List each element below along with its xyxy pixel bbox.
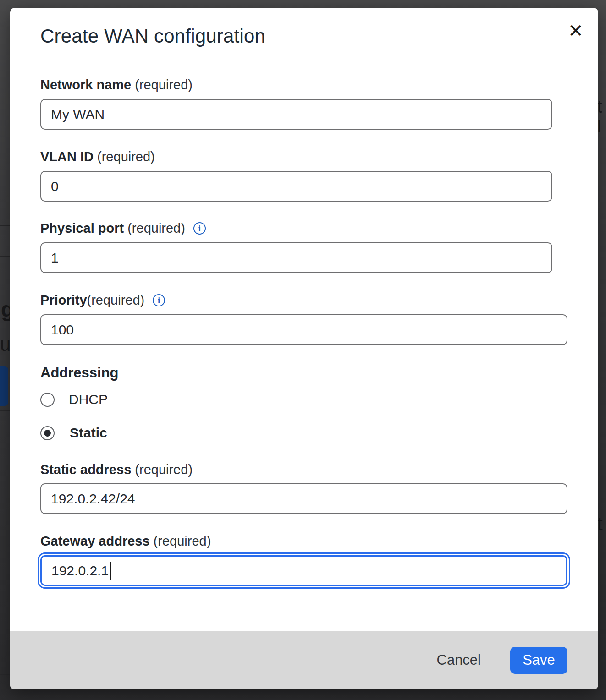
required-hint: (required) (124, 221, 185, 236)
input-value: 192.0.2.1 (51, 563, 109, 579)
info-icon[interactable]: i (193, 222, 206, 235)
priority-input[interactable]: 100 (40, 314, 567, 345)
vlan-id-label: VLAN ID (required) (40, 149, 155, 164)
input-value: 0 (51, 179, 59, 194)
field-label-text: Network name (40, 77, 131, 93)
dialog-footer: Cancel Save (10, 631, 598, 689)
input-value: My WAN (51, 107, 105, 122)
field-label-text: Gateway address (40, 534, 150, 549)
info-icon[interactable]: i (153, 294, 165, 306)
background-button-fragment (0, 366, 8, 406)
priority-label: Priority(required) i (40, 293, 165, 308)
field-label-text: Physical port (40, 221, 124, 236)
addressing-section-label: Addressing (40, 365, 119, 381)
required-hint: (required) (131, 77, 193, 93)
network-name-label: Network name (required) (40, 77, 193, 93)
radio-dot (44, 430, 51, 437)
radio-option-dhcp[interactable]: DHCP (40, 392, 108, 407)
field-label-text: VLAN ID (40, 149, 94, 164)
radio-unselected-icon[interactable] (40, 393, 55, 407)
static-address-input[interactable]: 192.0.2.42/24 (40, 483, 567, 514)
radio-label: Static (70, 425, 107, 441)
dialog-title: Create WAN configuration (40, 25, 265, 47)
cancel-button[interactable]: Cancel (429, 647, 490, 673)
radio-selected-icon[interactable] (40, 426, 55, 440)
close-icon[interactable]: ✕ (564, 19, 588, 43)
radio-label: DHCP (69, 392, 108, 407)
physical-port-label: Physical port (required) i (40, 221, 206, 236)
text-cursor (110, 562, 111, 580)
gateway-address-input[interactable]: 192.0.2.1 (40, 555, 567, 586)
field-label-text: Static address (40, 462, 131, 477)
gateway-address-label: Gateway address (required) (40, 534, 211, 549)
static-address-label: Static address (required) (40, 462, 193, 477)
background-text-fragment: u (0, 334, 11, 355)
save-button[interactable]: Save (510, 647, 567, 674)
create-wan-configuration-dialog: Create WAN configuration ✕ Network name … (10, 8, 598, 689)
required-hint: (required) (150, 534, 211, 549)
background-text-fragment: t l (597, 97, 606, 137)
network-name-input[interactable]: My WAN (40, 99, 552, 130)
radio-option-static[interactable]: Static (40, 425, 107, 441)
required-hint: (required) (94, 149, 155, 164)
input-value: 1 (51, 250, 59, 266)
required-hint: (required) (131, 462, 193, 477)
input-value: 100 (51, 322, 74, 338)
vlan-id-input[interactable]: 0 (40, 171, 552, 202)
input-value: 192.0.2.42/24 (51, 491, 135, 507)
physical-port-input[interactable]: 1 (40, 242, 552, 273)
required-hint: (required) (87, 293, 145, 308)
field-label-text: Priority (40, 293, 87, 308)
